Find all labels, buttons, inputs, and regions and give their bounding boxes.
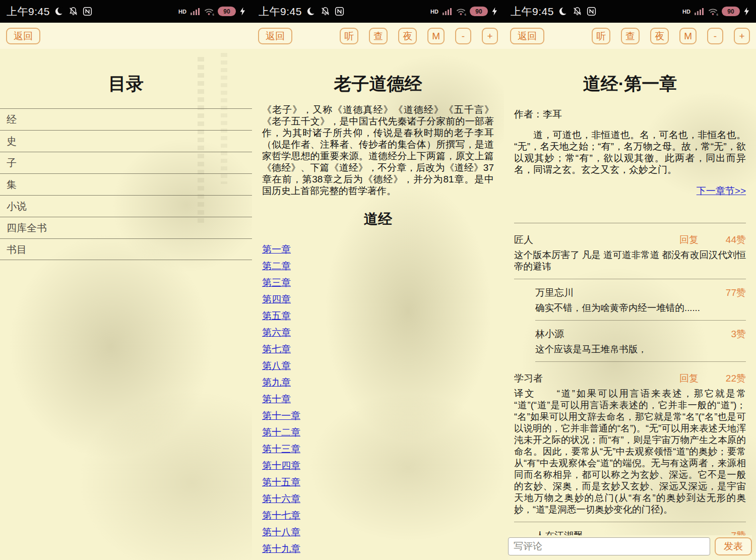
chapter-list: 第一章第二章第三章第四章第五章第六章第七章第八章第九章第十章第十一章第十二章第十… <box>262 241 504 560</box>
wifi-icon: 6 <box>456 7 466 16</box>
chapter-link[interactable]: 第四章 <box>262 293 291 306</box>
like-count[interactable]: 44赞 <box>714 233 746 246</box>
charging-bolt-icon <box>743 7 749 16</box>
catalog-item[interactable]: 集 <box>0 173 252 195</box>
chapter-link[interactable]: 第十三章 <box>262 443 300 456</box>
divider <box>514 279 746 279</box>
mode-button[interactable]: M <box>679 28 697 44</box>
back-button[interactable]: 返回 <box>258 28 292 44</box>
reply-item: 万里忘川 77赞 确实不错，但为啥黄帝内经一堆错的...... <box>535 286 746 321</box>
chapter-link[interactable]: 第九章 <box>262 376 291 389</box>
chapter-title: 道经·第一章 <box>504 72 756 96</box>
chapter-link[interactable]: 第十五章 <box>262 476 300 489</box>
chapter-link[interactable]: 第十九章 <box>262 542 300 555</box>
chapter-link[interactable]: 第二章 <box>262 260 291 273</box>
like-count[interactable]: 3赞 <box>714 328 746 341</box>
chapter-link[interactable]: 第八章 <box>262 359 291 372</box>
catalog-item[interactable]: 四库全书 <box>0 217 252 238</box>
comment-author: 匠人 <box>514 233 533 246</box>
lookup-button[interactable]: 查 <box>621 28 640 44</box>
battery-indicator: 90 <box>722 7 740 16</box>
book-title: 老子道德经 <box>252 72 504 96</box>
toolbar-catalog: 返回 <box>0 23 252 49</box>
charging-bolt-icon <box>239 7 245 16</box>
chapter-link[interactable]: 第十七章 <box>262 509 300 522</box>
comment-item: 匠人 回复 44赞 这个版本厉害了 凡是 道可道非常道 都没有改回汉代刘恒帝的避… <box>504 233 756 362</box>
like-count[interactable]: 22赞 <box>714 372 746 385</box>
next-chapter-link[interactable]: 下一章节>> <box>697 185 746 196</box>
panel-book: 上午9:45 HD 6 90 返回 听 查 夜 M - + 老子道德经 《老子》… <box>252 0 504 560</box>
comment-bar: 发表 <box>508 535 752 560</box>
catalog-item[interactable]: 子 <box>0 152 252 173</box>
battery-indicator: 90 <box>470 7 488 16</box>
comment-text: 译文 “道”如果可以用言语来表述，那它就是常“道”(“道”是可以用言语来表述的，… <box>514 388 746 515</box>
wifi-icon: 6 <box>204 7 214 16</box>
signal-bars-icon <box>190 7 200 16</box>
author-line: 作者：李耳 <box>514 108 746 121</box>
toolbar-chapter: 返回 听 查 夜 M - + <box>504 23 756 49</box>
chapter-link[interactable]: 第十六章 <box>262 492 300 506</box>
listen-button[interactable]: 听 <box>592 28 610 44</box>
divider <box>535 361 746 362</box>
notifications-off-bell-icon <box>69 7 78 16</box>
charging-bolt-icon <box>491 7 497 16</box>
chapter-link[interactable]: 第七章 <box>262 343 291 356</box>
book-description: 《老子》，又称《道德真经》《道德经》《五千言》《老子五千文》，是中国古代先秦诸子… <box>262 104 494 197</box>
chapter-link[interactable]: 第十二章 <box>262 426 300 439</box>
section-title: 道经 <box>252 210 504 229</box>
chapter-link[interactable]: 第六章 <box>262 326 291 339</box>
chapter-link[interactable]: 第十八章 <box>262 526 300 539</box>
listen-button[interactable]: 听 <box>340 28 358 44</box>
comments-divider <box>514 223 746 223</box>
do-not-disturb-moon-icon <box>558 7 568 16</box>
reply-button[interactable]: 回复 <box>679 233 699 246</box>
comment-author: 万里忘川 <box>535 286 574 299</box>
catalog-item[interactable]: 小说 <box>0 195 252 217</box>
font-decrease-button[interactable]: - <box>707 28 723 44</box>
chapter-body: 道，可道也，非恒道也。名，可名也，非恒名也。“无”，名天地之始；“有”，名万物之… <box>514 129 746 175</box>
catalog-item[interactable]: 书目 <box>0 238 252 260</box>
font-increase-button[interactable]: + <box>482 28 498 44</box>
chapter-link[interactable]: 第三章 <box>262 276 291 289</box>
do-not-disturb-moon-icon <box>54 7 64 16</box>
chapter-link[interactable]: 第十章 <box>262 393 291 406</box>
chapter-link[interactable]: 第十四章 <box>262 459 300 472</box>
catalog-item[interactable]: 经 <box>0 108 252 130</box>
font-decrease-button[interactable]: - <box>455 28 471 44</box>
comment-author: 学习者 <box>514 372 543 385</box>
chapter-content: 道经·第一章 作者：李耳 道，可道也，非恒道也。名，可名也，非恒名也。“无”，名… <box>504 49 756 560</box>
back-button[interactable]: 返回 <box>6 28 40 44</box>
submit-comment-button[interactable]: 发表 <box>715 537 752 555</box>
svg-text:6: 6 <box>717 13 719 16</box>
reply-button[interactable]: 回复 <box>679 372 699 385</box>
comment-text: 这个版本厉害了 凡是 道可道非常道 都没有改回汉代刘恒帝的避讳 <box>514 249 746 272</box>
book-content: 老子道德经 《老子》，又称《道德真经》《道德经》《五千言》《老子五千文》，是中国… <box>252 49 504 560</box>
notifications-off-bell-icon <box>573 7 582 16</box>
catalog-item[interactable]: 史 <box>0 130 252 152</box>
night-mode-button[interactable]: 夜 <box>650 28 669 44</box>
status-bar: 上午9:45 HD 6 90 <box>252 0 504 23</box>
hd-indicator: HD <box>682 9 690 15</box>
chapter-link[interactable]: 第五章 <box>262 309 291 323</box>
signal-bars-icon <box>442 7 452 16</box>
nfc-icon <box>587 7 596 16</box>
hd-indicator: HD <box>430 9 438 15</box>
night-mode-button[interactable]: 夜 <box>398 28 417 44</box>
chapter-link[interactable]: 第十一章 <box>262 409 300 422</box>
like-count[interactable]: 77赞 <box>714 286 746 299</box>
status-bar: 上午9:45 HD 6 90 <box>0 0 252 23</box>
notifications-off-bell-icon <box>321 7 330 16</box>
page-title: 目录 <box>0 72 252 96</box>
hd-indicator: HD <box>178 9 186 15</box>
mode-button[interactable]: M <box>427 28 445 44</box>
back-button[interactable]: 返回 <box>510 28 544 44</box>
font-increase-button[interactable]: + <box>734 28 750 44</box>
lookup-button[interactable]: 查 <box>369 28 388 44</box>
status-time: 上午9:45 <box>511 5 554 19</box>
comment-text: 这个应该是马王堆帛书版， <box>535 343 746 355</box>
battery-indicator: 90 <box>218 7 236 16</box>
chapter-link[interactable]: 第一章 <box>262 243 291 256</box>
divider <box>535 320 746 321</box>
catalog-list: 经史子集小说四库全书书目 <box>0 108 252 260</box>
comment-input[interactable] <box>508 537 710 555</box>
